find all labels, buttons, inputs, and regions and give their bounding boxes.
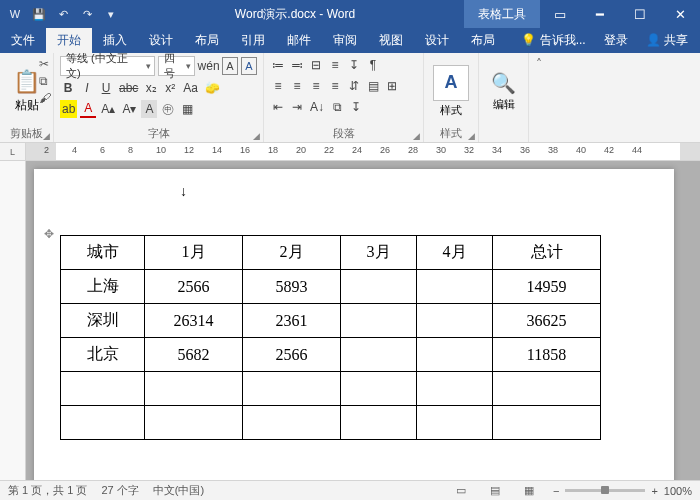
tab-design[interactable]: 设计: [138, 28, 184, 53]
font-color-button[interactable]: A: [80, 100, 96, 118]
close-button[interactable]: ✕: [660, 0, 700, 28]
table-cell[interactable]: [243, 406, 341, 440]
table-cell[interactable]: 2361: [243, 304, 341, 338]
table-cell[interactable]: [417, 304, 493, 338]
table-cell[interactable]: [341, 304, 417, 338]
table-cell[interactable]: 2566: [243, 338, 341, 372]
paste-button[interactable]: 📋 粘贴: [13, 69, 40, 114]
table-cell[interactable]: [61, 372, 145, 406]
table-cell[interactable]: 上海: [61, 270, 145, 304]
table-cell[interactable]: [341, 406, 417, 440]
table-cell[interactable]: 26314: [145, 304, 243, 338]
tab-review[interactable]: 审阅: [322, 28, 368, 53]
tab-layout[interactable]: 布局: [184, 28, 230, 53]
minimize-button[interactable]: ━: [580, 0, 620, 28]
tell-me[interactable]: 💡 告诉我...: [513, 28, 593, 53]
table-move-handle-icon[interactable]: ✥: [44, 227, 54, 241]
table-cell[interactable]: [417, 406, 493, 440]
table-cell[interactable]: 14959: [493, 270, 601, 304]
undo-icon[interactable]: ↶: [54, 5, 72, 23]
find-icon[interactable]: 🔍: [491, 71, 516, 95]
table-cell[interactable]: [417, 338, 493, 372]
table-cell[interactable]: [341, 270, 417, 304]
table-cell[interactable]: [417, 270, 493, 304]
font-size-combo[interactable]: 四号: [158, 56, 195, 76]
table-header-cell[interactable]: 2月: [243, 236, 341, 270]
table-header-cell[interactable]: 3月: [341, 236, 417, 270]
char-border-icon[interactable]: A: [222, 57, 238, 75]
page[interactable]: ↓ ✥ 城市1月2月3月4月总计上海2566589314959深圳2631423…: [34, 169, 674, 480]
table-cell[interactable]: [493, 406, 601, 440]
table-cell[interactable]: 11858: [493, 338, 601, 372]
enclose-char-button[interactable]: ㊥: [160, 100, 176, 118]
multilevel-button[interactable]: ⊟: [308, 56, 324, 74]
maximize-button[interactable]: ☐: [620, 0, 660, 28]
zoom-out-button[interactable]: −: [553, 485, 559, 497]
read-mode-view-icon[interactable]: ▤: [485, 484, 505, 497]
tab-table-design[interactable]: 设计: [414, 28, 460, 53]
horizontal-ruler[interactable]: 2468101214161820222426283032343638404244: [26, 143, 700, 160]
table-header-cell[interactable]: 1月: [145, 236, 243, 270]
align-center-button[interactable]: ≡: [289, 77, 305, 95]
align-left-button[interactable]: ≡: [270, 77, 286, 95]
decrease-indent-button[interactable]: ⇤: [270, 98, 286, 116]
page-count[interactable]: 第 1 页，共 1 页: [8, 483, 87, 498]
sort-button[interactable]: ↧: [346, 56, 362, 74]
align-dist-button[interactable]: ≡: [327, 56, 343, 74]
table-cell[interactable]: 深圳: [61, 304, 145, 338]
zoom-in-button[interactable]: +: [651, 485, 657, 497]
table-cell[interactable]: [243, 372, 341, 406]
table-cell[interactable]: [417, 372, 493, 406]
align-right-button[interactable]: ≡: [308, 77, 324, 95]
table-cell[interactable]: [341, 338, 417, 372]
print-layout-view-icon[interactable]: ▭: [451, 484, 471, 497]
redo-icon[interactable]: ↷: [78, 5, 96, 23]
align-justify-button[interactable]: ≡: [327, 77, 343, 95]
italic-button[interactable]: I: [79, 79, 95, 97]
cut-icon[interactable]: ✂: [39, 57, 51, 71]
signin-button[interactable]: 登录: [596, 28, 636, 53]
table-cell[interactable]: [61, 406, 145, 440]
char-shading-icon[interactable]: A: [241, 57, 257, 75]
underline-button[interactable]: U: [98, 79, 114, 97]
ribbon-options-icon[interactable]: ▭: [540, 0, 580, 28]
data-table[interactable]: 城市1月2月3月4月总计上海2566589314959深圳26314236136…: [60, 235, 601, 440]
zoom-slider[interactable]: [565, 489, 645, 492]
collapse-ribbon-icon[interactable]: ˄: [529, 53, 549, 142]
zoom-level[interactable]: 100%: [664, 485, 692, 497]
table-cell[interactable]: [341, 372, 417, 406]
char-border2-button[interactable]: ▦: [179, 100, 195, 118]
increase-indent-button[interactable]: ⇥: [289, 98, 305, 116]
highlight-button[interactable]: ab: [60, 100, 77, 118]
dialog-launcher-icon[interactable]: ◢: [413, 131, 420, 141]
table-header-cell[interactable]: 总计: [493, 236, 601, 270]
table-cell[interactable]: 2566: [145, 270, 243, 304]
vertical-ruler[interactable]: [0, 161, 26, 480]
clear-formatting-icon[interactable]: 🧽: [203, 79, 222, 97]
styles-button-label[interactable]: 样式: [440, 103, 462, 118]
table-header-cell[interactable]: 城市: [61, 236, 145, 270]
table-cell[interactable]: 36625: [493, 304, 601, 338]
word-count[interactable]: 27 个字: [101, 483, 138, 498]
table-cell[interactable]: [145, 406, 243, 440]
strikethrough-button[interactable]: abc: [117, 79, 140, 97]
phonetic-guide-icon[interactable]: wén: [198, 57, 219, 75]
tab-home[interactable]: 开始: [46, 28, 92, 53]
tab-file[interactable]: 文件: [0, 28, 46, 53]
tab-view[interactable]: 视图: [368, 28, 414, 53]
editing-button-label[interactable]: 编辑: [493, 97, 515, 112]
copy-icon[interactable]: ⧉: [39, 74, 51, 88]
grow-font-button[interactable]: A▴: [99, 100, 117, 118]
format-painter-icon[interactable]: 🖌: [39, 91, 51, 105]
numbering-button[interactable]: ≕: [289, 56, 305, 74]
tab-insert[interactable]: 插入: [92, 28, 138, 53]
change-case-button[interactable]: Aa: [181, 79, 200, 97]
table-header-cell[interactable]: 4月: [417, 236, 493, 270]
dialog-launcher-icon[interactable]: ◢: [43, 131, 50, 141]
table-cell[interactable]: 5893: [243, 270, 341, 304]
save-icon[interactable]: 💾: [30, 5, 48, 23]
tab-selector[interactable]: L: [0, 143, 26, 160]
asian-layout-button[interactable]: A↓: [308, 98, 326, 116]
table-cell[interactable]: 5682: [145, 338, 243, 372]
superscript-button[interactable]: x²: [162, 79, 178, 97]
